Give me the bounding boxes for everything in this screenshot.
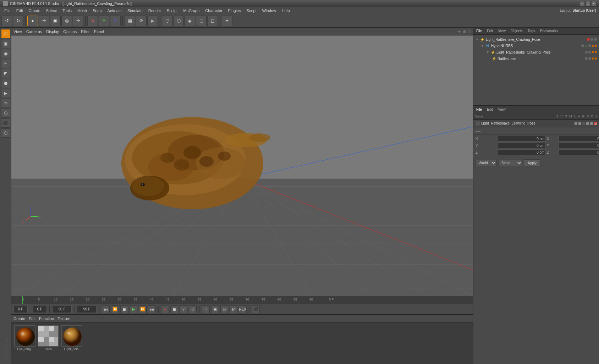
field-x-pos[interactable]: [498, 136, 546, 142]
close-button[interactable]: ✕: [591, 1, 596, 6]
z-axis-button[interactable]: Z: [110, 16, 121, 26]
texture-mode-button[interactable]: ◻: [207, 16, 218, 26]
obj-tab-bookmarks[interactable]: Bookmarks: [539, 28, 559, 34]
attr-tab-view[interactable]: View: [496, 107, 507, 112]
material-shell[interactable]: Shell: [38, 325, 59, 351]
key-transport-button[interactable]: ⬛: [252, 305, 260, 313]
stop-button[interactable]: ⏹: [120, 305, 128, 313]
transform-mode-dropdown[interactable]: Scale Position Rotation: [498, 160, 522, 166]
menu-animate[interactable]: Animate: [105, 8, 125, 13]
select-tool[interactable]: ⬡: [1, 29, 10, 38]
coord-system-dropdown[interactable]: World Object: [476, 160, 497, 166]
apply-button[interactable]: Apply: [524, 159, 540, 166]
fps-field[interactable]: [77, 306, 97, 313]
menu-script[interactable]: Script: [244, 8, 259, 13]
keyframe-button[interactable]: ⊕: [189, 305, 197, 313]
rotate-transport-button[interactable]: ◎: [220, 305, 228, 313]
record-button[interactable]: ●: [161, 305, 169, 313]
material-menu-function[interactable]: Function: [39, 316, 54, 321]
model-mode-button[interactable]: ◻: [196, 16, 207, 26]
viewport-menu-panel[interactable]: Panel: [94, 29, 104, 34]
live-select-button[interactable]: ●: [27, 16, 38, 26]
material-menu-texture[interactable]: Texture: [57, 316, 70, 321]
obj-tab-edit[interactable]: Edit: [485, 28, 494, 34]
field-x-val[interactable]: [559, 136, 599, 142]
viewport-expand-icon[interactable]: +: [458, 29, 461, 34]
menu-simulate[interactable]: Simulate: [125, 8, 145, 13]
window-controls[interactable]: ─ □ ✕: [580, 1, 596, 6]
viewport-menu-options[interactable]: Options: [63, 29, 77, 34]
diamond-tool[interactable]: ⬟: [1, 79, 10, 88]
timeline[interactable]: 0 5 10 15 20 25 30 35 40 45 50 55 60 65 …: [11, 296, 473, 304]
material-eye-tongu[interactable]: Eye_tongu: [14, 325, 35, 351]
y-axis-button[interactable]: Y: [99, 16, 109, 26]
obj-row-rattlesnake[interactable]: ⚡ Rattlesnake: [475, 55, 598, 62]
viewport-3d[interactable]: Perspective: [11, 35, 473, 296]
prev-frame-button[interactable]: ⏪: [111, 305, 119, 313]
menu-create[interactable]: Create: [26, 8, 43, 13]
obj-row-child[interactable]: ▼ ⚡ Light_Rattlesnake_Crawling_Pose: [475, 49, 598, 55]
poly-mode-button[interactable]: ⬡: [162, 16, 172, 26]
menu-window[interactable]: Window: [259, 8, 279, 13]
material-light-color[interactable]: Light_coloi: [61, 325, 82, 351]
cut-tool[interactable]: ✂: [1, 59, 10, 68]
undo-button[interactable]: ↺: [1, 16, 12, 26]
attr-tab-file[interactable]: File: [475, 107, 483, 112]
viewport-menu-display[interactable]: Display: [46, 29, 59, 34]
current-frame-field[interactable]: [13, 306, 28, 313]
field-y-pos[interactable]: [498, 143, 546, 148]
transform-button[interactable]: ✛: [73, 16, 83, 26]
maximize-button[interactable]: □: [586, 1, 590, 6]
goto-start-button[interactable]: ⏮: [102, 305, 110, 313]
obj-tab-objects[interactable]: Objects: [509, 28, 524, 34]
play-tool[interactable]: ▶: [1, 89, 10, 98]
menu-snap[interactable]: Snap: [90, 8, 105, 13]
menu-select[interactable]: Select: [43, 8, 60, 13]
scale-transport-button[interactable]: ▣: [211, 305, 219, 313]
rotate-tool-button[interactable]: ◎: [61, 16, 72, 26]
field-z-pos[interactable]: [498, 149, 546, 155]
stop-record-button[interactable]: ⏹: [170, 305, 178, 313]
move-tool[interactable]: ▣: [1, 39, 10, 48]
light-button[interactable]: ☀: [222, 16, 232, 26]
obj-tab-tags[interactable]: Tags: [526, 28, 537, 34]
material-menu-create[interactable]: Create: [13, 316, 25, 321]
timeline-ruler[interactable]: 0 5 10 15 20 25 30 35 40 45 50 55 60 65 …: [11, 296, 473, 304]
menu-mograph[interactable]: MoGraph: [180, 8, 202, 13]
viewport-menu-filter[interactable]: Filter: [81, 29, 89, 34]
menu-tools[interactable]: Tools: [60, 8, 75, 13]
anim-record-button[interactable]: ▦: [125, 16, 135, 26]
scale-tool-button[interactable]: ▣: [50, 16, 61, 26]
attr-delete-icon[interactable]: ✕: [594, 122, 597, 125]
obj-row-root[interactable]: ▼ ⚡ Light_Rattlesnake_Crawling_Pose: [475, 36, 598, 43]
obj-tab-view[interactable]: View: [496, 28, 507, 34]
attr-selected-item[interactable]: Light_Rattlesnake_Crawling_Pose ✕: [473, 120, 599, 127]
paint-tool[interactable]: ◉: [1, 49, 10, 58]
move-transport-button[interactable]: ✛: [202, 305, 210, 313]
auto-key-button[interactable]: ?: [180, 305, 187, 313]
field-y-val[interactable]: [559, 143, 599, 148]
viewport-fullscreen-icon[interactable]: □: [468, 29, 471, 34]
obj-row-hypernurbs[interactable]: ▼ H HyperNURBS ✓: [475, 43, 598, 49]
viewport-grid-icon[interactable]: ⊕: [463, 29, 466, 34]
box-tool[interactable]: ⬛: [1, 118, 10, 128]
menu-sculpt[interactable]: Sculpt: [164, 8, 181, 13]
menu-edit[interactable]: Edit: [13, 8, 26, 13]
play-button[interactable]: ▶: [130, 305, 137, 313]
param-transport-button[interactable]: P: [230, 305, 237, 313]
x-axis-button[interactable]: ✕: [87, 16, 98, 26]
hex-tool[interactable]: ⬡: [1, 128, 10, 138]
menu-help[interactable]: Help: [279, 8, 293, 13]
viewport-menu-cameras[interactable]: Cameras: [26, 29, 42, 34]
rotate-tool[interactable]: ⟲: [1, 99, 10, 108]
frame-end-field[interactable]: [52, 306, 72, 313]
render-view-button[interactable]: ⟳: [136, 16, 147, 26]
attr-tab-edit[interactable]: Edit: [485, 107, 494, 112]
grid-tool[interactable]: ⬡: [1, 109, 10, 118]
minimize-button[interactable]: ─: [580, 1, 585, 6]
render-button[interactable]: ▶: [147, 16, 158, 26]
redo-button[interactable]: ↻: [13, 16, 23, 26]
menu-mesh[interactable]: Mesh: [75, 8, 90, 13]
triangle-tool[interactable]: ◤: [1, 69, 10, 78]
menu-character[interactable]: Character: [202, 8, 225, 13]
